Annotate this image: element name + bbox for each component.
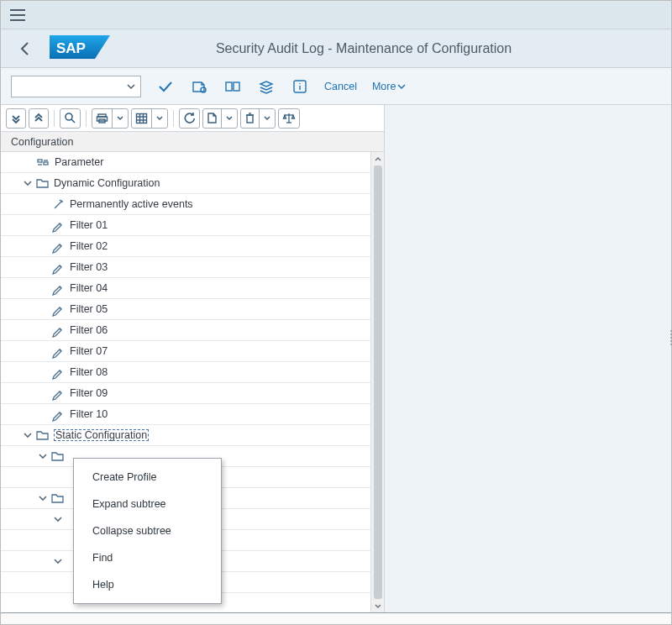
footer-bar (1, 612, 671, 624)
chevron-down-icon[interactable] (21, 428, 34, 442)
tree-row-filter[interactable]: Filter 06 (1, 320, 370, 341)
tree-label: Filter 09 (70, 387, 108, 399)
refresh-button[interactable] (179, 108, 200, 129)
ctx-create-profile[interactable]: Create Profile (74, 464, 221, 491)
svg-line-12 (71, 119, 75, 123)
scroll-down-icon[interactable] (371, 599, 384, 612)
tree-label: Filter 01 (70, 219, 108, 231)
pencil-icon (51, 281, 65, 295)
toolbar-separator (86, 110, 87, 127)
tree-row-filter[interactable]: Filter 04 (1, 278, 370, 299)
find-button[interactable] (60, 108, 81, 129)
chevron-down-icon[interactable] (36, 449, 50, 463)
tree-row-parameter[interactable]: Parameter (1, 152, 370, 173)
svg-line-44 (60, 412, 61, 414)
tree-row-filter[interactable]: Filter 02 (1, 236, 370, 257)
documentation-icon[interactable] (190, 77, 208, 96)
svg-line-34 (60, 200, 60, 201)
pencil-icon (51, 302, 65, 316)
sap-logo: SAP (50, 32, 110, 65)
tree-label: Filter 04 (70, 282, 108, 294)
tree-row-dynamic[interactable]: Dynamic Configuration (1, 173, 370, 194)
cancel-button[interactable]: Cancel (324, 81, 357, 92)
tree-row-filter[interactable]: Filter 09 (1, 383, 370, 404)
hamburger-icon[interactable] (8, 5, 28, 25)
pencil-icon (51, 386, 65, 400)
svg-point-11 (66, 113, 72, 120)
tree-row-perm-active[interactable]: Permanently active events (1, 194, 370, 215)
toolbar-separator (54, 110, 55, 127)
wand-icon (51, 197, 65, 211)
tree-label: Filter 06 (70, 324, 108, 336)
new-button[interactable] (202, 108, 238, 129)
pencil-icon (51, 407, 65, 421)
toolbar-separator (173, 110, 174, 127)
ctx-expand-subtree[interactable]: Expand subtree (74, 491, 221, 517)
expand-all-button[interactable] (6, 108, 26, 129)
delete-button[interactable] (240, 108, 276, 129)
scroll-up-icon[interactable] (371, 152, 384, 165)
transaction-field[interactable] (11, 76, 141, 97)
svg-rect-7 (234, 82, 239, 91)
tree-label-selected: Static Configuration (54, 429, 149, 441)
folder-icon (50, 491, 64, 505)
info-icon[interactable] (291, 77, 309, 96)
print-button[interactable] (92, 108, 129, 129)
chevron-down-icon[interactable] (21, 176, 34, 190)
tree-label: Filter 05 (70, 303, 108, 315)
save-icon[interactable] (156, 77, 175, 96)
tree-label: Permanently active events (70, 198, 193, 210)
tree-label: Filter 08 (70, 366, 108, 378)
folder-icon (35, 176, 49, 190)
tree-row-filter[interactable]: Filter 03 (1, 257, 370, 278)
svg-rect-16 (137, 113, 147, 123)
context-menu: Create Profile Expand subtree Collapse s… (73, 458, 222, 604)
pencil-icon (51, 323, 65, 337)
compare-icon[interactable] (223, 77, 242, 96)
tree-toolbar (1, 105, 384, 132)
tree-label: Filter 03 (70, 261, 108, 273)
chevron-down-icon[interactable] (51, 512, 65, 526)
splitter-handle[interactable] (669, 330, 672, 345)
layers-icon[interactable] (257, 77, 276, 96)
ctx-collapse-subtree[interactable]: Collapse subtree (74, 517, 221, 544)
pencil-icon (51, 344, 65, 358)
app-root: SAP Security Audit Log - Maintenance of … (0, 0, 672, 625)
layout-button[interactable] (131, 108, 168, 129)
svg-rect-6 (226, 82, 232, 91)
pencil-icon (51, 218, 65, 232)
svg-line-42 (60, 370, 61, 372)
svg-line-39 (60, 307, 61, 309)
svg-rect-21 (247, 115, 253, 123)
ctx-help[interactable]: Help (74, 571, 221, 598)
pencil-icon (51, 260, 65, 274)
tree-scrollbar[interactable] (370, 152, 384, 612)
pencil-icon (51, 365, 65, 379)
folder-icon (50, 449, 64, 463)
tree-row-static[interactable]: Static Configuration (1, 425, 370, 446)
tree-row-filter[interactable]: Filter 07 (1, 341, 370, 362)
tree-row-filter[interactable]: Filter 10 (1, 404, 370, 425)
tree-row-filter[interactable]: Filter 08 (1, 362, 370, 383)
right-panel (384, 105, 671, 612)
back-button[interactable] (13, 36, 38, 61)
svg-text:SAP: SAP (56, 40, 86, 56)
svg-line-37 (60, 265, 61, 267)
menu-bar (1, 1, 671, 29)
svg-line-31 (55, 202, 61, 208)
tree-label: Filter 02 (70, 240, 108, 252)
svg-line-35 (60, 223, 61, 225)
svg-rect-27 (38, 160, 42, 162)
chevron-down-icon[interactable] (36, 491, 50, 505)
ctx-find[interactable]: Find (74, 544, 221, 571)
chevron-down-icon[interactable] (51, 554, 65, 568)
tree-row-filter[interactable]: Filter 05 (1, 299, 370, 320)
collapse-all-button[interactable] (29, 108, 49, 129)
scroll-thumb[interactable] (374, 165, 382, 599)
more-button[interactable]: More (372, 81, 406, 92)
balance-icon[interactable] (278, 108, 300, 129)
svg-line-41 (60, 349, 61, 351)
tree-label: Filter 10 (70, 408, 108, 420)
svg-line-36 (60, 244, 61, 246)
tree-row-filter[interactable]: Filter 01 (1, 215, 370, 236)
